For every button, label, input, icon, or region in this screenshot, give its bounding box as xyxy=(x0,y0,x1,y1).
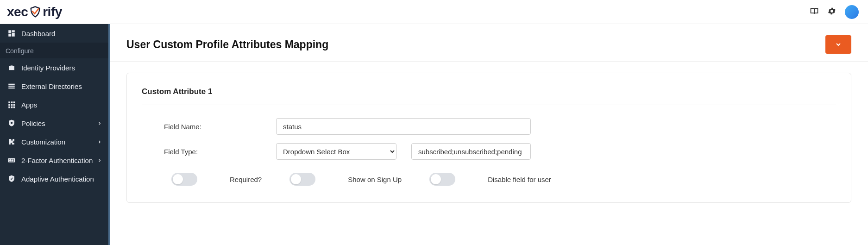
svg-rect-11 xyxy=(11,104,13,106)
svg-rect-4 xyxy=(8,84,15,85)
book-icon[interactable] xyxy=(810,6,819,18)
sidebar-item-label: 2-Factor Authentication xyxy=(21,157,93,164)
svg-rect-2 xyxy=(12,33,15,37)
sidebar-section-configure: Configure xyxy=(0,43,108,58)
divider xyxy=(142,105,836,105)
page-header: User Custom Profile Attributes Mapping xyxy=(110,24,868,62)
brand-post: rify xyxy=(43,5,62,19)
toggle-row: Required? Show on Sign Up Disable field … xyxy=(142,173,836,186)
main-content: User Custom Profile Attributes Mapping C… xyxy=(110,24,868,245)
disable-field-label: Disable field for user xyxy=(488,176,551,183)
field-name-input[interactable] xyxy=(276,118,531,135)
chevron-right-icon xyxy=(97,138,102,146)
sidebar-item-identity-providers[interactable]: Identity Providers xyxy=(0,58,108,77)
sidebar-item-apps[interactable]: Apps xyxy=(0,95,108,114)
sidebar-item-label: Policies xyxy=(21,119,45,127)
brand-logo: xec rify xyxy=(7,5,62,19)
required-toggle[interactable] xyxy=(171,173,197,186)
sidebar-item-external-directories[interactable]: External Directories xyxy=(0,77,108,95)
sidebar-item-2fa[interactable]: 123 2-Factor Authentication xyxy=(0,151,108,170)
svg-rect-9 xyxy=(13,101,15,103)
svg-rect-8 xyxy=(11,101,13,103)
signup-group: Show on Sign Up xyxy=(289,173,402,186)
sidebar-item-label: Dashboard xyxy=(21,30,55,38)
chevron-down-icon xyxy=(835,41,842,48)
grid-icon xyxy=(7,101,16,109)
brand-pre: xec xyxy=(7,5,28,19)
svg-rect-12 xyxy=(13,104,15,106)
page-title: User Custom Profile Attributes Mapping xyxy=(126,38,328,51)
number-icon: 123 xyxy=(7,156,16,164)
svg-rect-10 xyxy=(8,104,10,106)
avatar[interactable] xyxy=(845,5,859,19)
svg-rect-13 xyxy=(8,107,10,108)
svg-rect-0 xyxy=(8,30,11,33)
disable-field-toggle[interactable] xyxy=(429,173,455,186)
collapse-button[interactable] xyxy=(825,35,851,54)
disable-group: Disable field for user xyxy=(429,173,551,186)
svg-point-16 xyxy=(11,122,13,124)
field-options-input[interactable] xyxy=(411,143,531,160)
sidebar-item-policies[interactable]: Policies xyxy=(0,114,108,132)
svg-rect-15 xyxy=(13,107,15,108)
top-bar: xec rify xyxy=(0,0,868,24)
svg-rect-5 xyxy=(8,86,15,87)
svg-text:123: 123 xyxy=(9,159,14,162)
field-name-row: Field Name: xyxy=(142,118,836,135)
gear-icon[interactable] xyxy=(827,6,837,18)
required-group: Required? xyxy=(171,173,262,186)
sidebar-item-customization[interactable]: Customization xyxy=(0,132,108,151)
chevron-right-icon xyxy=(97,119,102,127)
dashboard-icon xyxy=(7,29,16,38)
topbar-actions xyxy=(810,5,859,19)
sidebar-item-label: Adaptive Authentication xyxy=(21,175,94,183)
briefcase-icon xyxy=(7,63,16,72)
sidebar-item-label: Identity Providers xyxy=(21,64,75,72)
sidebar-item-dashboard[interactable]: Dashboard xyxy=(0,24,108,43)
sidebar-item-adaptive-auth[interactable]: Adaptive Authentication xyxy=(0,170,108,188)
puzzle-icon xyxy=(7,138,16,146)
list-icon xyxy=(7,82,16,90)
chevron-right-icon xyxy=(97,157,102,164)
sidebar-item-label: Apps xyxy=(21,101,37,109)
field-name-label: Field Name: xyxy=(142,123,276,131)
shield-check-icon xyxy=(29,6,42,19)
card-title: Custom Attribute 1 xyxy=(142,87,836,96)
required-label: Required? xyxy=(230,176,262,183)
field-type-label: Field Type: xyxy=(142,148,276,156)
show-signup-label: Show on Sign Up xyxy=(348,176,402,183)
svg-rect-6 xyxy=(8,88,15,88)
show-signup-toggle[interactable] xyxy=(289,173,315,186)
svg-rect-7 xyxy=(8,101,10,103)
svg-rect-3 xyxy=(8,34,11,37)
field-type-row: Field Type: Dropdown Select Box xyxy=(142,143,836,160)
attribute-card: Custom Attribute 1 Field Name: Field Typ… xyxy=(126,73,851,203)
shield-search-icon xyxy=(7,119,16,127)
sidebar-item-label: Customization xyxy=(21,138,65,146)
svg-rect-14 xyxy=(11,107,13,108)
sidebar-item-label: External Directories xyxy=(21,82,82,90)
sidebar: Dashboard Configure Identity Providers E… xyxy=(0,24,110,245)
field-type-select[interactable]: Dropdown Select Box xyxy=(276,143,396,160)
svg-rect-1 xyxy=(12,30,15,32)
shield-check-icon xyxy=(7,175,16,183)
